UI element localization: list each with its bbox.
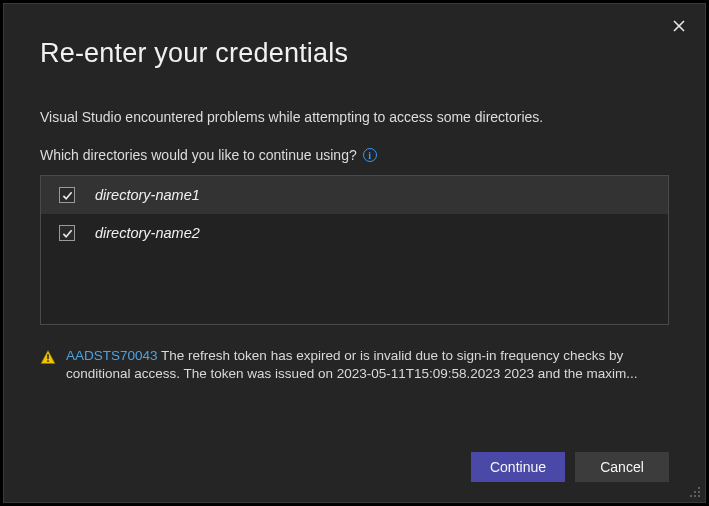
resize-grip-icon[interactable]	[687, 484, 701, 498]
close-icon	[673, 20, 685, 32]
directory-checkbox[interactable]	[59, 187, 75, 203]
directory-row[interactable]: directory-name1	[41, 176, 668, 214]
checkmark-icon	[62, 190, 73, 201]
dialog-subtitle: Visual Studio encountered problems while…	[40, 109, 669, 125]
info-icon[interactable]: i	[363, 148, 377, 162]
svg-rect-3	[47, 354, 49, 359]
continue-button[interactable]: Continue	[471, 452, 565, 482]
checkmark-icon	[62, 228, 73, 239]
error-message: AADSTS70043 The refresh token has expire…	[40, 347, 669, 383]
cancel-button[interactable]: Cancel	[575, 452, 669, 482]
svg-point-7	[698, 491, 700, 493]
directory-checkbox[interactable]	[59, 225, 75, 241]
svg-point-10	[698, 495, 700, 497]
question-row: Which directories would you like to cont…	[40, 147, 669, 163]
question-text: Which directories would you like to cont…	[40, 147, 357, 163]
directory-name: directory-name2	[95, 225, 200, 241]
svg-point-9	[694, 495, 696, 497]
svg-point-8	[690, 495, 692, 497]
button-row: Continue Cancel	[40, 428, 669, 482]
error-code: AADSTS70043	[66, 348, 158, 363]
svg-point-5	[698, 487, 700, 489]
credentials-dialog: Re-enter your credentials Visual Studio …	[3, 3, 706, 503]
close-button[interactable]	[667, 14, 691, 38]
warning-icon	[40, 349, 56, 370]
svg-rect-4	[47, 360, 49, 362]
directory-row[interactable]: directory-name2	[41, 214, 668, 252]
svg-point-6	[694, 491, 696, 493]
dialog-title: Re-enter your credentials	[40, 38, 669, 69]
directory-list: directory-name1 directory-name2	[40, 175, 669, 325]
directory-name: directory-name1	[95, 187, 200, 203]
error-text: AADSTS70043 The refresh token has expire…	[66, 347, 669, 383]
